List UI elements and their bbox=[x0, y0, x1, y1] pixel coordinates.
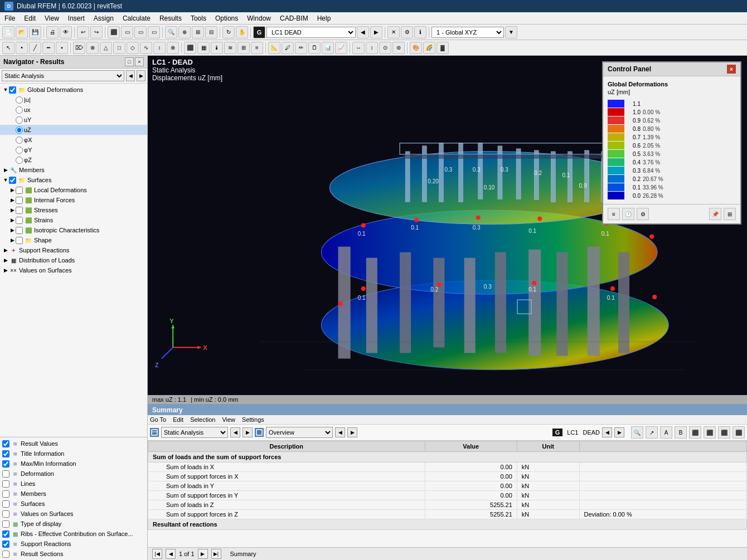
summary-icon-8[interactable]: ⬛ bbox=[733, 426, 745, 439]
toggle-strains[interactable]: ▶ bbox=[9, 217, 16, 223]
radio-phix[interactable] bbox=[16, 137, 23, 144]
summary-selection[interactable]: Selection bbox=[190, 416, 215, 423]
menu-assign[interactable]: Assign bbox=[89, 13, 118, 23]
cp-table-btn[interactable]: ≡ bbox=[608, 208, 620, 220]
lc-prev[interactable]: ◀ bbox=[357, 26, 369, 38]
toggle-global-deformations[interactable]: ▼ bbox=[2, 86, 9, 93]
tree-item-isotropic[interactable]: ▶ 🟩 Isotropic Characteristics bbox=[0, 225, 147, 235]
tree-item-surfaces[interactable]: ▼ 📁 Surfaces bbox=[0, 175, 147, 185]
nav-close-button[interactable]: × bbox=[135, 57, 144, 66]
tool4[interactable]: □ bbox=[113, 42, 125, 54]
summary-icon-4[interactable]: B bbox=[675, 426, 687, 439]
extra4[interactable]: ⊚ bbox=[392, 42, 405, 54]
cross-button[interactable]: ✕ bbox=[387, 26, 400, 38]
save-button[interactable]: 💾 bbox=[29, 26, 41, 38]
check-support-reactions-b[interactable] bbox=[2, 540, 9, 548]
print-preview-button[interactable]: 👁 bbox=[60, 26, 72, 38]
rotate-button[interactable]: ↻ bbox=[222, 26, 235, 38]
color2[interactable]: 🌈 bbox=[423, 42, 435, 54]
zoom-in-button[interactable]: ⊞ bbox=[192, 26, 204, 38]
check-isotropic[interactable] bbox=[16, 227, 23, 234]
nav-analysis-select[interactable]: Static Analysis bbox=[2, 70, 124, 81]
view-3d-button[interactable]: ⬛ bbox=[108, 26, 120, 38]
tree-item-maxmin-info[interactable]: ≋ Max/Min Information bbox=[0, 459, 147, 469]
check-surfaces[interactable] bbox=[9, 177, 16, 184]
menu-edit[interactable]: Edit bbox=[20, 13, 40, 23]
check-lines-b[interactable] bbox=[2, 480, 9, 488]
tree-item-uz[interactable]: uZ bbox=[0, 125, 147, 135]
menu-results[interactable]: Results bbox=[155, 13, 186, 23]
cp-expand-btn[interactable]: ⊞ bbox=[724, 208, 736, 220]
tree-item-deformation[interactable]: ≋ Deformation bbox=[0, 469, 147, 479]
lc-next[interactable]: ▶ bbox=[370, 26, 382, 38]
render1[interactable]: 📐 bbox=[268, 42, 280, 54]
tree-item-support-reactions[interactable]: ▶ ✦ Support Reactions bbox=[0, 245, 147, 255]
summary-settings[interactable]: Settings bbox=[242, 416, 264, 423]
surface-button[interactable]: ▪ bbox=[56, 42, 68, 54]
view-select[interactable]: 1 - Global XYZ bbox=[431, 27, 504, 38]
summary-view[interactable]: View bbox=[222, 416, 235, 423]
summary-edit[interactable]: Edit bbox=[173, 416, 183, 423]
render5[interactable]: 📊 bbox=[322, 42, 334, 54]
line-button[interactable]: ╱ bbox=[29, 42, 41, 54]
menu-file[interactable]: File bbox=[0, 13, 20, 23]
radio-u-abs[interactable] bbox=[16, 96, 23, 104]
check-ribs-effective[interactable] bbox=[2, 530, 9, 538]
pg-prev[interactable]: ◀ bbox=[166, 549, 176, 559]
tree-item-title-info[interactable]: ≋ Title Information bbox=[0, 449, 147, 459]
render3[interactable]: ✏ bbox=[295, 42, 307, 54]
menu-cad-bim[interactable]: CAD-BIM bbox=[275, 13, 313, 23]
render6[interactable]: 📈 bbox=[335, 42, 347, 54]
view-yz-button[interactable]: ▭ bbox=[148, 26, 160, 38]
tree-item-phiz[interactable]: φZ bbox=[0, 155, 147, 165]
cp-pin-btn[interactable]: 📌 bbox=[709, 208, 721, 220]
vis6[interactable]: ≡ bbox=[251, 42, 263, 54]
tree-item-stresses[interactable]: ▶ 🟩 Stresses bbox=[0, 205, 147, 215]
new-button[interactable]: 📄 bbox=[2, 26, 14, 38]
pan-button[interactable]: ✋ bbox=[236, 26, 248, 38]
nav-prev-arrow[interactable]: ◀ bbox=[126, 70, 135, 81]
tree-item-ux[interactable]: ux bbox=[0, 105, 147, 115]
summary-goto[interactable]: Go To bbox=[150, 416, 166, 423]
radio-uy[interactable] bbox=[16, 116, 23, 124]
view-3d[interactable]: LC1 - DEAD Static Analysis Displacements… bbox=[148, 56, 747, 404]
toggle-distribution-loads[interactable]: ▶ bbox=[2, 257, 9, 264]
tool3[interactable]: △ bbox=[100, 42, 112, 54]
check-result-sections[interactable] bbox=[2, 551, 9, 558]
vis5[interactable]: ⊞ bbox=[237, 42, 250, 54]
open-button[interactable]: 📂 bbox=[16, 26, 28, 38]
check-local-deformations[interactable] bbox=[16, 187, 23, 194]
extra1[interactable]: ↔ bbox=[352, 42, 365, 54]
tree-item-values-surfaces-b[interactable]: ≋ Values on Surfaces bbox=[0, 509, 147, 519]
extra3[interactable]: ⊙ bbox=[379, 42, 391, 54]
tree-item-global-deformations[interactable]: ▼ 📁 Global Deformations bbox=[0, 85, 147, 95]
pg-first[interactable]: |◀ bbox=[152, 549, 162, 559]
tree-item-lines-b[interactable]: ≋ Lines bbox=[0, 479, 147, 489]
summary-icon-7[interactable]: ⬛ bbox=[718, 426, 730, 439]
tool1[interactable]: ⌦ bbox=[73, 42, 85, 54]
check-deformation[interactable] bbox=[2, 470, 9, 478]
check-members-b[interactable] bbox=[2, 490, 9, 498]
tree-item-phix[interactable]: φX bbox=[0, 135, 147, 145]
zoom-out-button[interactable]: ⊟ bbox=[205, 26, 217, 38]
toggle-shape[interactable]: ▶ bbox=[9, 237, 16, 244]
tree-item-ribs-effective[interactable]: ▦ Ribs - Effective Contribution on Surfa… bbox=[0, 529, 147, 539]
check-type-display[interactable] bbox=[2, 520, 9, 528]
node-button[interactable]: • bbox=[16, 42, 28, 54]
tree-item-shape[interactable]: ▶ 📁 Shape bbox=[0, 235, 147, 245]
check-global-deformations[interactable] bbox=[9, 86, 16, 94]
menu-window[interactable]: Window bbox=[242, 13, 275, 23]
menu-help[interactable]: Help bbox=[313, 13, 336, 23]
toggle-stresses[interactable]: ▶ bbox=[9, 207, 16, 213]
check-strains[interactable] bbox=[16, 217, 23, 224]
check-stresses[interactable] bbox=[16, 207, 23, 214]
summary-overview-next[interactable]: ▶ bbox=[347, 427, 357, 437]
summary-icon-2[interactable]: ↗ bbox=[646, 426, 658, 439]
info-button[interactable]: ℹ bbox=[414, 26, 426, 38]
zoom-select-button[interactable]: ⊕ bbox=[178, 26, 191, 38]
nav-restore-button[interactable]: □ bbox=[125, 57, 134, 66]
cp-config-btn[interactable]: ⚙ bbox=[637, 208, 649, 220]
tree-item-internal-forces[interactable]: ▶ 🟩 Internal Forces bbox=[0, 195, 147, 205]
tree-item-support-reactions-b[interactable]: ≋ Support Reactions bbox=[0, 539, 147, 549]
summary-icon-1[interactable]: 🔍 bbox=[631, 426, 643, 439]
